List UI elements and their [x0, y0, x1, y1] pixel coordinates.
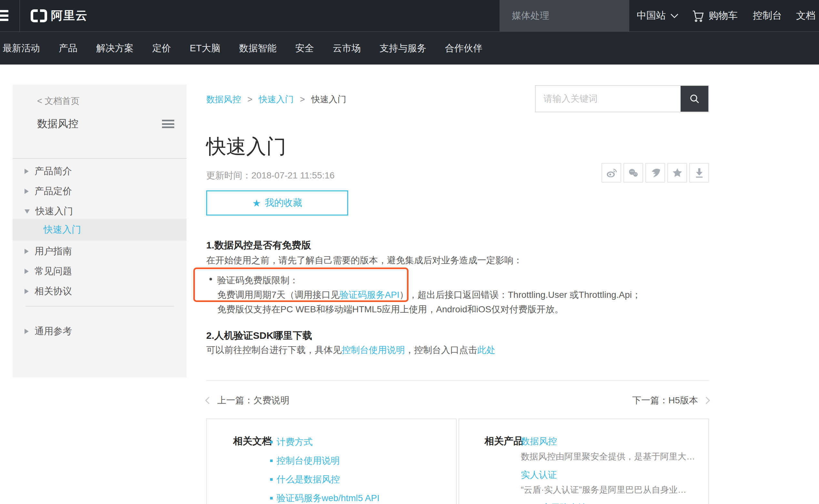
bullet-list: 验证码免费版限制： 免费调用周期7天（调用接口见验证码服务API），超出后接口返…	[206, 274, 641, 318]
main-navigation: 最新活动 产品 解决方案 定价 ET大脑 数据智能 安全 云市场 支持与服务 合…	[0, 31, 819, 65]
triangle-right-icon	[25, 189, 29, 194]
related-products-box: 相关产品 数据风控 数据风控由阿里聚安全提供，是基于阿里大… 实人认证 “云盾·…	[459, 418, 709, 504]
prev-article-link[interactable]: 上一篇：欠费说明	[206, 394, 289, 407]
search-icon	[689, 93, 700, 104]
related-products-title: 相关产品	[484, 435, 523, 448]
logo-text: 阿里云	[51, 8, 88, 24]
square-bullet-icon	[270, 478, 273, 481]
page-body: < 文档首页 数据风控 产品简介 产品定价 快速入门 快速入门 用户指南 常见问…	[0, 65, 819, 504]
console-link[interactable]: 控制台	[753, 0, 782, 31]
chevron-left-icon	[205, 397, 213, 404]
sidebar-item-product-intro[interactable]: 产品简介	[13, 163, 187, 179]
sidebar-item-quickstart-active[interactable]: 快速入门	[13, 219, 187, 241]
region-selector[interactable]: 中国站	[637, 0, 679, 31]
sidebar-divider	[13, 158, 187, 159]
sidebar-divider	[25, 306, 174, 307]
aliyun-logo[interactable]: 阿里云	[31, 0, 88, 31]
nav-item-solutions[interactable]: 解决方案	[96, 42, 134, 55]
bullet-line3: 免费版仅支持在PC WEB和移动端HTML5应用上使用，Android和iOS仅…	[206, 303, 641, 318]
sidebar-item-general-reference[interactable]: 通用参考	[13, 323, 187, 339]
my-favorites-button[interactable]: ★ 我的收藏	[206, 190, 348, 216]
bullet-dot	[209, 278, 212, 280]
nav-item-security[interactable]: 安全	[295, 42, 314, 55]
console-entry-link[interactable]: 此处	[477, 345, 495, 355]
triangle-right-icon	[25, 289, 29, 294]
topbar-divider	[19, 0, 20, 31]
triangle-right-icon	[25, 169, 29, 174]
chevron-right-icon	[703, 397, 710, 404]
breadcrumb-link-section[interactable]: 快速入门	[259, 95, 294, 104]
updated-time: 更新时间：2018-07-21 11:55:16	[206, 169, 335, 182]
nav-item-activities[interactable]: 最新活动	[3, 42, 40, 55]
related-product-desc: 数据风控由阿里聚安全提供，是基于阿里大…	[521, 451, 695, 462]
nav-item-products[interactable]: 产品	[59, 42, 77, 55]
breadcrumb: 数据风控 > 快速入门 > 快速入门	[206, 94, 346, 105]
nav-item-support[interactable]: 支持与服务	[379, 42, 426, 55]
square-bullet-icon	[270, 497, 273, 499]
share-icons	[602, 163, 709, 183]
related-doc-link[interactable]: 控制台使用说明	[270, 455, 340, 467]
related-product-link[interactable]: 实人认证	[521, 469, 557, 481]
article-content: 数据风控 > 快速入门 > 快速入门 快速入门 更新时间：2018-07-21 …	[206, 65, 709, 504]
related-doc-link[interactable]: 计费方式	[270, 436, 313, 448]
topbar: 阿里云 中国站 购物车 控制台 文档	[0, 0, 819, 31]
section1-heading: 1.数据风控是否有免费版	[206, 239, 311, 252]
favorite-star-button[interactable]	[667, 163, 687, 183]
breadcrumb-link-product[interactable]: 数据风控	[206, 95, 241, 104]
cart-icon	[691, 9, 704, 22]
captcha-api-link[interactable]: 验证码服务API	[340, 290, 399, 300]
sidebar-menu-icon[interactable]	[162, 120, 174, 128]
docs-sidebar: < 文档首页 数据风控 产品简介 产品定价 快速入门 快速入门 用户指南 常见问…	[13, 85, 187, 378]
share-wechat-button[interactable]	[623, 163, 643, 183]
nav-item-data-intelligence[interactable]: 数据智能	[239, 42, 277, 55]
sidebar-item-agreements[interactable]: 相关协议	[13, 283, 187, 299]
square-bullet-icon	[270, 441, 273, 443]
sidebar-item-quickstart[interactable]: 快速入门	[13, 203, 187, 219]
docs-home-link[interactable]: < 文档首页	[37, 95, 79, 107]
share-dingtalk-button[interactable]	[645, 163, 665, 183]
page-title: 快速入门	[206, 133, 286, 160]
cart-button[interactable]: 购物车	[691, 0, 738, 31]
related-product-link[interactable]: 数据风控	[521, 435, 557, 448]
console-guide-link[interactable]: 控制台使用说明	[342, 345, 405, 355]
logo-bracket-icon	[31, 9, 38, 22]
weibo-icon	[606, 167, 617, 179]
related-docs-title: 相关文档	[233, 435, 272, 448]
sidebar-item-faq[interactable]: 常见问题	[13, 263, 187, 279]
triangle-right-icon	[25, 249, 29, 254]
triangle-right-icon	[25, 329, 29, 334]
bullet-line2: 免费调用周期7天（调用接口见验证码服务API），超出后接口返回错误：Thrott…	[206, 289, 641, 303]
logo-bracket-icon	[40, 9, 47, 22]
topbar-search[interactable]	[500, 0, 629, 31]
docs-link[interactable]: 文档	[796, 0, 815, 31]
sidebar-item-user-guide[interactable]: 用户指南	[13, 243, 187, 259]
bullet-line1: 验证码免费版限制：	[206, 274, 641, 289]
wechat-icon	[628, 167, 639, 179]
share-weibo-button[interactable]	[602, 163, 621, 183]
related-doc-link[interactable]: 验证码服务web/html5 API	[270, 492, 379, 504]
content-divider	[206, 380, 709, 381]
nav-item-partners[interactable]: 合作伙伴	[445, 42, 482, 55]
related-docs-box: 相关文档 计费方式 控制台使用说明 什么是数据风控 验证码服务web/html5…	[206, 418, 457, 504]
related-doc-link[interactable]: 什么是数据风控	[270, 473, 340, 486]
related-product-desc: “云盾·实人认证”服务是阿里巴巴从自身业…	[521, 484, 686, 496]
sidebar-product-title: 数据风控	[37, 117, 78, 131]
square-bullet-icon	[270, 459, 273, 462]
nav-item-et-brain[interactable]: ET大脑	[190, 42, 220, 55]
topbar-search-input[interactable]	[512, 10, 633, 21]
next-article-link[interactable]: 下一篇：H5版本	[632, 394, 709, 407]
sidebar-item-pricing[interactable]: 产品定价	[13, 183, 187, 199]
triangle-down-icon	[25, 209, 30, 214]
nav-item-marketplace[interactable]: 云市场	[333, 42, 361, 55]
chevron-down-icon	[670, 13, 679, 18]
download-button[interactable]	[689, 163, 709, 183]
hamburger-menu-icon[interactable]	[0, 10, 8, 21]
star-icon	[672, 167, 683, 179]
related-product-link[interactable]: Web 应用防火墙	[521, 502, 587, 504]
doc-search-button[interactable]	[681, 86, 708, 112]
nav-item-pricing[interactable]: 定价	[152, 42, 171, 55]
doc-search-input[interactable]	[536, 86, 681, 112]
triangle-right-icon	[25, 269, 29, 274]
breadcrumb-current: 快速入门	[311, 95, 346, 104]
star-icon: ★	[252, 197, 261, 209]
